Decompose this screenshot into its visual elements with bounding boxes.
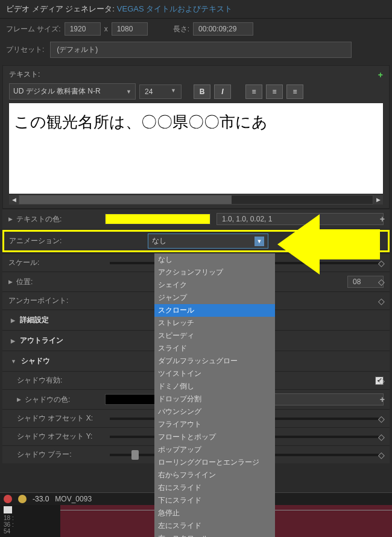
dropdown-option[interactable]: ストレッチ bbox=[154, 317, 275, 329]
plugin-name: VEGAS タイトルおよびテキスト bbox=[117, 4, 232, 14]
track-color-icon bbox=[4, 495, 12, 503]
collapse-icon: ▼ bbox=[11, 358, 16, 364]
shadow-blur-label: シャドウ ブラー: bbox=[17, 450, 72, 460]
advanced-label: 詳細設定 bbox=[20, 315, 49, 325]
shadow-offset-x-label: シャドウ オフセット X: bbox=[17, 413, 93, 424]
dropdown-option[interactable]: ドミノ倒し bbox=[154, 380, 275, 393]
dropdown-option[interactable]: ジャンプ bbox=[154, 291, 275, 304]
dropdown-option[interactable]: アクションフリップ bbox=[154, 266, 275, 279]
animation-value: なし bbox=[152, 236, 166, 246]
keyframe-icon[interactable]: ◇ bbox=[378, 450, 385, 460]
dropdown-option[interactable]: ダブルフラッシュグロー bbox=[154, 355, 275, 367]
shadow-enable-label: シャドウ有効: bbox=[17, 375, 62, 386]
keyframe-icon[interactable]: + bbox=[380, 395, 385, 404]
keyframe-icon[interactable]: ◇ bbox=[378, 296, 385, 306]
ruler-mark: 18 : bbox=[4, 515, 57, 521]
length-label: 長さ: bbox=[173, 24, 189, 34]
expand-icon: ▶ bbox=[11, 317, 15, 323]
scroll-right-icon[interactable]: ▶ bbox=[373, 195, 383, 205]
dropdown-option[interactable]: 左にスライド bbox=[154, 520, 275, 532]
font-name: UD デジタル 教科書体 N-R bbox=[13, 86, 101, 97]
shadow-color-label: シャドウの色: bbox=[25, 395, 70, 405]
x-separator: x bbox=[104, 25, 108, 33]
keyframe-icon[interactable]: ◇ bbox=[378, 414, 385, 424]
frame-size-label: フレーム サイズ: bbox=[6, 24, 61, 34]
expand-icon[interactable]: ▶ bbox=[17, 396, 21, 402]
dropdown-option[interactable]: なし bbox=[154, 253, 275, 266]
length-input[interactable]: 00:00:09;29 bbox=[193, 22, 253, 36]
shadow-label: シャドウ bbox=[21, 356, 50, 366]
dropdown-option[interactable]: 急停止 bbox=[154, 507, 275, 520]
scale-label: スケール: bbox=[8, 258, 39, 268]
position-label: 位置: bbox=[16, 277, 33, 287]
text-input[interactable]: この観光名所は、〇〇県〇〇市にあ bbox=[9, 103, 383, 194]
align-right-button[interactable]: ≡ bbox=[286, 84, 303, 99]
dropdown-option[interactable]: 下にスライド bbox=[154, 494, 275, 507]
preset-select[interactable]: (デフォルト) bbox=[50, 42, 352, 58]
clip-name: MOV_0093 bbox=[55, 495, 92, 503]
dropdown-option[interactable]: スピーディ bbox=[154, 329, 275, 342]
dropdown-option[interactable]: 左へスクロール bbox=[154, 532, 275, 537]
align-left-button[interactable]: ≡ bbox=[245, 84, 262, 99]
dropdown-option[interactable]: 右からフライイン bbox=[154, 469, 275, 481]
track-color-icon bbox=[18, 495, 27, 503]
dropdown-option[interactable]: ポップアップ bbox=[154, 443, 275, 456]
keyframe-icon[interactable]: ◇ bbox=[378, 432, 385, 442]
text-color-label: テキストの色: bbox=[16, 214, 62, 224]
ruler-mark: 36 : bbox=[4, 521, 57, 528]
text-section-label: テキスト: bbox=[9, 69, 40, 80]
anchor-label: アンカーポイント: bbox=[8, 296, 68, 306]
scroll-left-icon[interactable]: ◀ bbox=[9, 195, 19, 205]
horizontal-scrollbar[interactable]: ◀ ▶ bbox=[9, 195, 383, 205]
animation-label: アニメーション: bbox=[9, 236, 148, 246]
dropdown-option[interactable]: ローリンググローとエンラージ bbox=[154, 456, 275, 469]
dropdown-option[interactable]: ツイストイン bbox=[154, 367, 275, 380]
keyframe-icon[interactable]: ◇ bbox=[378, 376, 385, 386]
font-select[interactable]: UD デジタル 教科書体 N-R ▼ bbox=[9, 83, 136, 100]
frame-width-input[interactable]: 1920 bbox=[65, 22, 101, 36]
keyframe-icon[interactable]: + bbox=[380, 214, 385, 224]
dropdown-option[interactable]: スライド bbox=[154, 342, 275, 355]
dropdown-option[interactable]: フロートとポップ bbox=[154, 431, 275, 443]
add-keyframe-icon[interactable]: + bbox=[378, 70, 383, 80]
dialog-title: ビデオ メディア ジェネレータ: bbox=[6, 4, 115, 14]
dropdown-option[interactable]: ドロップ分割 bbox=[154, 393, 275, 405]
color-swatch[interactable] bbox=[105, 214, 210, 224]
bold-button[interactable]: B bbox=[194, 84, 210, 99]
dropdown-option[interactable]: 右にスライド bbox=[154, 481, 275, 494]
dropdown-option[interactable]: シェイク bbox=[154, 279, 275, 291]
frame-height-input[interactable]: 1080 bbox=[112, 22, 148, 36]
font-size-value: 24 bbox=[145, 87, 153, 96]
dropdown-option[interactable]: バウンシング bbox=[154, 405, 275, 418]
expand-icon[interactable]: ▶ bbox=[8, 279, 13, 285]
animation-select[interactable]: なし ▼ bbox=[148, 234, 268, 249]
outline-label: アウトライン bbox=[20, 335, 63, 346]
italic-button[interactable]: I bbox=[214, 84, 231, 99]
expand-icon[interactable]: ▶ bbox=[8, 216, 13, 222]
chevron-down-icon: ▼ bbox=[126, 89, 131, 95]
preset-label: プリセット: bbox=[6, 45, 44, 55]
font-size-select[interactable]: 24 ▼ bbox=[139, 84, 182, 99]
ruler-mark: 54 bbox=[4, 528, 57, 535]
dropdown-option[interactable]: フライアウト bbox=[154, 418, 275, 431]
chevron-down-icon: ▼ bbox=[171, 87, 176, 96]
dropdown-option[interactable]: スクロール bbox=[154, 304, 275, 317]
animation-dropdown-list[interactable]: なしアクションフリップシェイクジャンプスクロールストレッチスピーディスライドダブ… bbox=[154, 253, 275, 537]
play-icon[interactable] bbox=[4, 506, 12, 513]
keyframe-icon[interactable]: ◇ bbox=[378, 277, 385, 287]
align-center-button[interactable]: ≡ bbox=[266, 84, 283, 99]
expand-icon: ▶ bbox=[11, 338, 15, 344]
shadow-offset-y-label: シャドウ オフセット Y: bbox=[17, 431, 92, 442]
chevron-down-icon[interactable]: ▼ bbox=[254, 237, 264, 246]
timeline-value: -33.0 bbox=[33, 495, 49, 503]
callout-arrow bbox=[277, 214, 320, 275]
